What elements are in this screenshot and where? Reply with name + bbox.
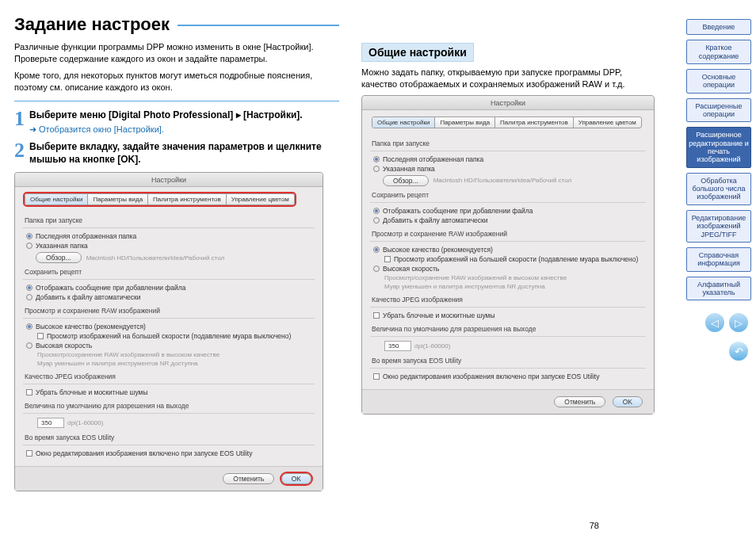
- opt-eos: Окно редактирования изображения включено…: [36, 449, 252, 457]
- next-page-icon[interactable]: ▷: [729, 313, 748, 332]
- prefs-titlebar-r: Настройки: [362, 96, 654, 110]
- prefs-tabs-r[interactable]: Общие настройки Параметры вида Палитра и…: [372, 117, 642, 128]
- radio-last[interactable]: [26, 233, 32, 239]
- res-input[interactable]: 350: [37, 418, 64, 428]
- step-1-text: Выберите меню [Digital Photo Professiona…: [29, 109, 303, 122]
- res-range: dpi(1-60000): [67, 419, 103, 426]
- step-1-note: Отобразится окно [Настройки].: [29, 124, 303, 135]
- chk-eos[interactable]: [26, 450, 32, 457]
- nav-reference[interactable]: Справочная информация: [686, 247, 751, 272]
- lbl-folder: Папка при запуске: [25, 216, 313, 224]
- section2-desc: Можно задать папку, открываемую при запу…: [361, 67, 655, 90]
- chk-noise[interactable]: [26, 389, 32, 396]
- lbl-recipe: Сохранить рецепт: [25, 268, 313, 276]
- nav-batch[interactable]: Обработка большого числа изображений: [686, 173, 751, 205]
- hs-l1: Просмотр/сохранение RAW изображений в вы…: [36, 350, 313, 359]
- opt-hq: Высокое качество (рекомендуется): [36, 323, 146, 331]
- hr: [14, 101, 339, 101]
- step-1: 1 Выберите меню [Digital Photo Professio…: [14, 109, 339, 135]
- title-rule: [178, 25, 339, 26]
- tab-palette[interactable]: Палитра инструментов: [148, 194, 227, 204]
- tab-general-r[interactable]: Общие настройки: [372, 117, 435, 128]
- tab-view[interactable]: Параметры вида: [88, 194, 148, 204]
- hs-l2: Муар уменьшен и палитра инструментов NR …: [36, 359, 313, 368]
- page-number: 78: [590, 521, 599, 530]
- sidebar: Введение Краткое содержание Основные опе…: [686, 0, 756, 535]
- page-title: Задание настроек: [14, 14, 170, 35]
- opt-msg: Отображать сообщение при добавлении файл…: [36, 284, 185, 292]
- ok-button[interactable]: OK: [281, 473, 311, 484]
- chk-hqsub[interactable]: [37, 333, 44, 339]
- step-1-num: 1: [14, 109, 25, 135]
- cancel-button[interactable]: Отменить: [223, 473, 274, 484]
- tab-palette-r[interactable]: Палитра инструментов: [495, 117, 574, 128]
- ok-button-r[interactable]: OK: [613, 396, 643, 407]
- nav-basic[interactable]: Основные операции: [686, 69, 751, 94]
- opt-spec: Указанная папка: [36, 242, 88, 250]
- tab-view-r[interactable]: Параметры вида: [435, 117, 495, 128]
- browse-button[interactable]: Обзор...: [36, 252, 82, 263]
- step-2: 2 Выберите вкладку, задайте значения пар…: [14, 141, 339, 166]
- tab-general[interactable]: Общие настройки: [25, 194, 88, 204]
- opt-auto: Добавить к файлу автоматически: [36, 293, 141, 301]
- opt-hq-sub: Просмотр изображений на большей скорости…: [47, 332, 291, 340]
- nav-advprint[interactable]: Расширенное редактирование и печать изоб…: [686, 127, 751, 167]
- step-2-num: 2: [14, 141, 25, 166]
- lbl-res: Величина по умолчанию для разрешения на …: [25, 402, 313, 410]
- nav-intro[interactable]: Введение: [686, 19, 751, 35]
- prefs-titlebar: Настройки: [15, 173, 323, 187]
- prefs-window-left: Настройки Общие настройки Параметры вида…: [14, 172, 323, 491]
- prefs-window-right: Настройки Общие настройки Параметры вида…: [361, 95, 655, 415]
- radio-auto[interactable]: [26, 294, 32, 300]
- nav-jpegtiff[interactable]: Редактирование изображений JPEG/TIFF: [686, 210, 751, 243]
- radio-msg[interactable]: [26, 285, 32, 291]
- opt-last: Последняя отображенная папка: [36, 232, 136, 240]
- nav-contents[interactable]: Краткое содержание: [686, 40, 751, 64]
- prefs-tabs[interactable]: Общие настройки Параметры вида Палитра и…: [25, 193, 295, 205]
- intro-1: Различные функции программы DPP можно из…: [14, 41, 339, 65]
- opt-hs: Высокая скорость: [36, 342, 92, 350]
- radio-spec[interactable]: [26, 243, 32, 249]
- prev-page-icon[interactable]: ◁: [705, 313, 724, 332]
- opt-noise: Убрать блочные и москитные шумы: [36, 388, 148, 396]
- radio-hs[interactable]: [26, 342, 32, 349]
- tab-color-r[interactable]: Управление цветом: [574, 117, 641, 128]
- step-2-text: Выберите вкладку, задайте значения парам…: [29, 141, 339, 166]
- cancel-button-r[interactable]: Отменить: [554, 396, 605, 407]
- path-text: Macintosh HD/Пользователи/idea/Рабочий с…: [86, 254, 224, 262]
- return-icon[interactable]: ↶: [729, 342, 748, 361]
- lbl-raw: Просмотр и сохранение RAW изображений: [25, 307, 313, 315]
- tab-color[interactable]: Управление цветом: [227, 194, 294, 204]
- section2-title: Общие настройки: [361, 43, 474, 62]
- lbl-eos: Во время запуска EOS Utility: [25, 434, 313, 441]
- nav-advanced[interactable]: Расширенные операции: [686, 98, 751, 123]
- lbl-jpeg: Качество JPEG изображения: [25, 373, 313, 380]
- intro-2: Кроме того, для некоторых пунктов могут …: [14, 70, 339, 94]
- nav-index[interactable]: Алфавитный указатель: [686, 277, 751, 301]
- radio-hq[interactable]: [26, 323, 32, 330]
